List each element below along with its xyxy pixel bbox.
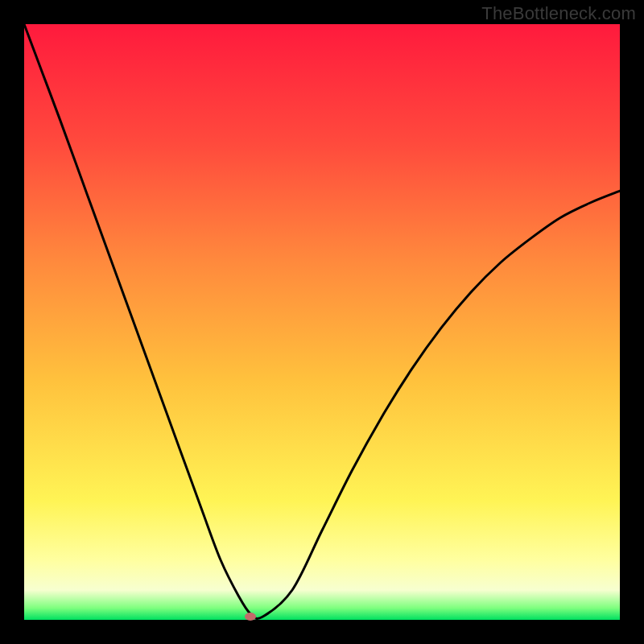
bottleneck-curve — [24, 24, 620, 620]
optimum-marker — [245, 613, 256, 621]
plot-area — [24, 24, 620, 620]
attribution-text: TheBottleneck.com — [481, 3, 636, 24]
chart-frame: TheBottleneck.com — [0, 0, 644, 644]
